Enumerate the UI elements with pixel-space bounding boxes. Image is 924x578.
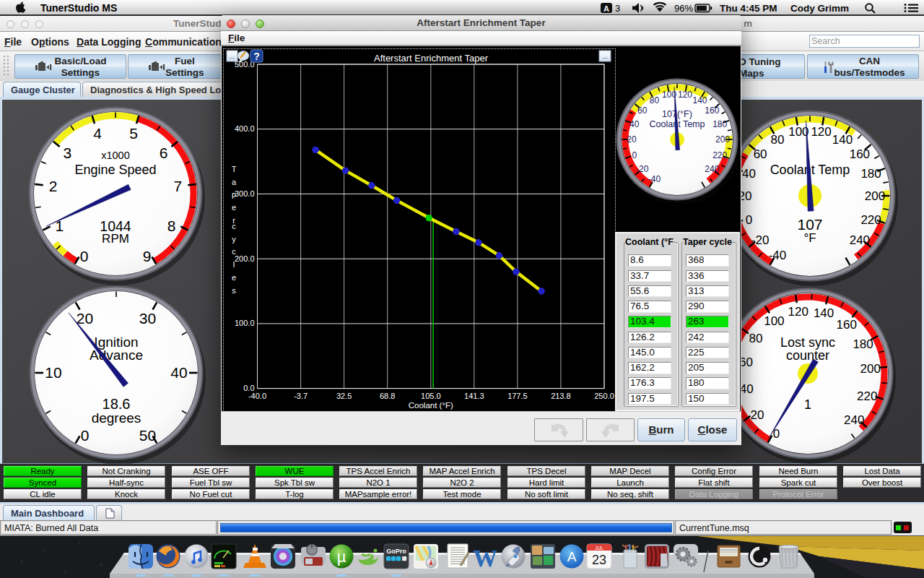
svg-text:18.6: 18.6 [103, 396, 131, 412]
svg-text:68.8: 68.8 [380, 392, 395, 400]
svg-text:120: 120 [811, 125, 831, 139]
svg-text:0: 0 [746, 213, 752, 227]
svg-text:100: 100 [788, 125, 808, 139]
svg-text:5: 5 [129, 125, 138, 142]
svg-text:40: 40 [742, 167, 756, 181]
svg-text:23: 23 [592, 553, 606, 567]
svg-text:80: 80 [749, 332, 763, 345]
svg-text:Thu 4:45 PM: Thu 4:45 PM [720, 3, 777, 14]
svg-text:240: 240 [850, 233, 870, 247]
svg-text:105.0: 105.0 [421, 392, 441, 400]
svg-text:-3.7: -3.7 [294, 392, 308, 400]
svg-text:120: 120 [788, 305, 808, 319]
svg-text:A: A [567, 549, 577, 564]
svg-text:180: 180 [712, 119, 727, 129]
svg-text:...: ... [602, 53, 608, 60]
svg-text:100: 100 [764, 314, 784, 328]
svg-text:100.0: 100.0 [235, 319, 255, 327]
svg-text:Afterstart Enrichment Taper: Afterstart Enrichment Taper [374, 53, 489, 64]
svg-text:9: 9 [143, 248, 152, 264]
svg-text:140: 140 [832, 133, 853, 147]
svg-text:-20: -20 [751, 233, 770, 247]
svg-text:A: A [603, 4, 609, 13]
svg-text:160: 160 [837, 318, 857, 332]
svg-text:213.8: 213.8 [551, 392, 571, 400]
svg-text:141.3: 141.3 [464, 392, 484, 400]
svg-text:220: 220 [857, 389, 877, 403]
svg-text:JUL: JUL [595, 545, 603, 551]
svg-text:4: 4 [93, 125, 102, 142]
svg-text:6: 6 [160, 144, 168, 161]
svg-text:µ: µ [337, 548, 346, 566]
svg-text:300.0: 300.0 [235, 189, 255, 198]
svg-text:10: 10 [45, 364, 61, 381]
svg-text:3: 3 [64, 144, 72, 161]
svg-text:GoPro: GoPro [386, 548, 406, 555]
svg-text:400.0: 400.0 [235, 124, 255, 133]
svg-text:200: 200 [715, 134, 730, 144]
svg-text:0: 0 [632, 150, 637, 160]
svg-text:1: 1 [804, 397, 811, 412]
svg-text:160: 160 [850, 147, 870, 161]
svg-text:140: 140 [692, 95, 707, 105]
svg-text:2: 2 [49, 178, 58, 194]
svg-text:160: 160 [705, 105, 719, 116]
svg-text:3: 3 [615, 3, 620, 14]
svg-text:250.0: 250.0 [594, 392, 614, 400]
svg-text:...: ... [230, 53, 235, 60]
svg-text:-40.0: -40.0 [248, 392, 266, 400]
svg-text:120: 120 [678, 90, 692, 100]
svg-text:Coolant (°F): Coolant (°F) [409, 401, 453, 410]
svg-text:220: 220 [712, 150, 727, 160]
svg-text:200: 200 [860, 362, 881, 376]
svg-text:180: 180 [853, 337, 873, 351]
svg-text:-40: -40 [648, 174, 661, 184]
svg-text:180: 180 [860, 167, 881, 181]
svg-text:30: 30 [139, 310, 156, 327]
svg-text:220: 220 [860, 213, 881, 227]
svg-text:240: 240 [844, 413, 864, 427]
svg-text:x1000: x1000 [101, 150, 130, 161]
svg-text:80: 80 [771, 133, 785, 147]
svg-text:40: 40 [740, 382, 754, 396]
svg-text:counter: counter [786, 348, 829, 363]
svg-text:°F: °F [803, 231, 816, 245]
svg-text:140: 140 [814, 306, 834, 320]
svg-text:32.5: 32.5 [336, 392, 352, 400]
svg-text:40: 40 [629, 119, 640, 129]
svg-text:20: 20 [627, 134, 637, 144]
svg-text:-40: -40 [769, 249, 787, 262]
svg-text:240: 240 [705, 164, 719, 174]
svg-text:RPM: RPM [102, 232, 129, 246]
svg-text:80: 80 [650, 95, 660, 105]
svg-text:96%: 96% [674, 3, 693, 14]
svg-text:-20: -20 [636, 164, 649, 174]
svg-text:Engine Speed: Engine Speed [74, 163, 156, 177]
svg-text:60: 60 [754, 147, 767, 161]
svg-text:50: 50 [139, 427, 156, 444]
svg-text:60: 60 [637, 105, 648, 116]
svg-text:200: 200 [865, 189, 885, 203]
svg-text:W: W [473, 545, 497, 571]
svg-text:Lost sync: Lost sync [780, 335, 835, 350]
svg-text:40: 40 [170, 364, 187, 381]
svg-text:degrees: degrees [92, 410, 141, 426]
svg-text:0: 0 [80, 248, 89, 264]
svg-text:200.0: 200.0 [235, 254, 255, 263]
svg-text:8: 8 [167, 217, 176, 234]
svg-text:20: 20 [751, 408, 764, 422]
svg-text:Cody Grimm: Cody Grimm [790, 3, 849, 14]
svg-text:7: 7 [174, 178, 183, 194]
svg-text:107: 107 [797, 216, 822, 233]
svg-text:0: 0 [81, 427, 90, 444]
svg-text:177.5: 177.5 [507, 392, 528, 400]
svg-text:?: ? [253, 51, 260, 62]
svg-text:20: 20 [77, 310, 93, 327]
